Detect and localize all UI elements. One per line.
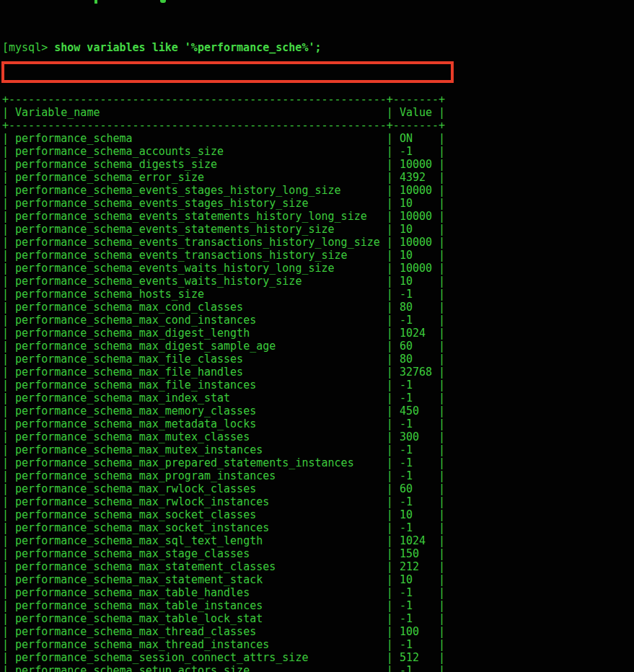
table-row: | performance_schema_max_statement_stack… bbox=[2, 573, 445, 586]
table-row: | performance_schema_events_statements_h… bbox=[2, 223, 445, 236]
result-table: +---------------------------------------… bbox=[2, 93, 445, 672]
table-row: | performance_schema_max_table_handles |… bbox=[2, 586, 445, 599]
table-row: | performance_schema_error_size | 4392 | bbox=[2, 171, 445, 184]
table-row: | performance_schema_max_mutex_instances… bbox=[2, 443, 445, 456]
table-row: | performance_schema_max_sql_text_length… bbox=[2, 534, 445, 547]
table-row: | performance_schema_max_socket_instance… bbox=[2, 521, 445, 534]
table-row: | performance_schema_accounts_size | -1 … bbox=[2, 145, 445, 158]
table-row: | performance_schema_max_file_instances … bbox=[2, 379, 445, 392]
mysql-prompt: [mysql> bbox=[2, 41, 48, 54]
table-row: | performance_schema_max_socket_classes … bbox=[2, 508, 445, 521]
table-row: | performance_schema_setup_actors_size |… bbox=[2, 664, 445, 672]
table-row: | performance_schema_max_rwlock_classes … bbox=[2, 482, 445, 495]
table-row: | performance_schema_max_table_instances… bbox=[2, 599, 445, 612]
sql-command: show variables like '%performance_sche%'… bbox=[54, 41, 321, 54]
table-row: | performance_schema_max_metadata_locks … bbox=[2, 417, 445, 430]
table-row: | performance_schema_session_connect_att… bbox=[2, 651, 445, 664]
table-row: | performance_schema_events_stages_histo… bbox=[2, 197, 445, 210]
table-row-highlighted: | performance_schema | ON | bbox=[2, 132, 445, 145]
table-row: | performance_schema_digests_size | 1000… bbox=[2, 158, 445, 171]
table-row: | performance_schema_max_file_handles | … bbox=[2, 366, 445, 379]
command-line: [mysql>show variables like '%performance… bbox=[2, 41, 445, 54]
table-row: | performance_schema_max_thread_instance… bbox=[2, 638, 445, 651]
table-row: | performance_schema_max_cond_classes | … bbox=[2, 301, 445, 314]
table-row: | performance_schema_events_waits_histor… bbox=[2, 262, 445, 275]
cutoff-text-fragment bbox=[160, 0, 166, 3]
table-row: | performance_schema_max_memory_classes … bbox=[2, 404, 445, 417]
table-row: | performance_schema_max_rwlock_instance… bbox=[2, 495, 445, 508]
table-row: | performance_schema_max_cond_instances … bbox=[2, 314, 445, 327]
table-row: | performance_schema_max_prepared_statem… bbox=[2, 456, 445, 469]
table-header-separator: +---------------------------------------… bbox=[2, 119, 445, 132]
table-row: | performance_schema_max_stage_classes |… bbox=[2, 547, 445, 560]
table-row: | performance_schema_events_transactions… bbox=[2, 249, 445, 262]
table-row: | performance_schema_max_thread_classes … bbox=[2, 625, 445, 638]
table-header-line: | Variable_name | Value | bbox=[2, 106, 445, 119]
table-row: | performance_schema_max_mutex_classes |… bbox=[2, 430, 445, 443]
table-row: | performance_schema_hosts_size | -1 | bbox=[2, 288, 445, 301]
table-row: | performance_schema_max_index_stat | -1… bbox=[2, 392, 445, 404]
table-border-top: +---------------------------------------… bbox=[2, 93, 445, 106]
table-row: | performance_schema_max_table_lock_stat… bbox=[2, 612, 445, 625]
terminal-output: [mysql>show variables like '%performance… bbox=[2, 15, 445, 672]
table-row: | performance_schema_max_digest_sample_a… bbox=[2, 340, 445, 353]
table-row: | performance_schema_max_statement_class… bbox=[2, 560, 445, 573]
table-row: | performance_schema_events_stages_histo… bbox=[2, 184, 445, 197]
terminal-screen: [mysql>show variables like '%performance… bbox=[0, 0, 634, 672]
table-row: | performance_schema_events_transactions… bbox=[2, 236, 445, 249]
table-row: | performance_schema_events_waits_histor… bbox=[2, 275, 445, 288]
table-row: | performance_schema_max_program_instanc… bbox=[2, 469, 445, 482]
cutoff-text-fragment bbox=[94, 0, 97, 4]
table-row: | performance_schema_max_file_classes | … bbox=[2, 353, 445, 366]
table-row: | performance_schema_max_digest_length |… bbox=[2, 327, 445, 340]
table-row: | performance_schema_events_statements_h… bbox=[2, 210, 445, 223]
